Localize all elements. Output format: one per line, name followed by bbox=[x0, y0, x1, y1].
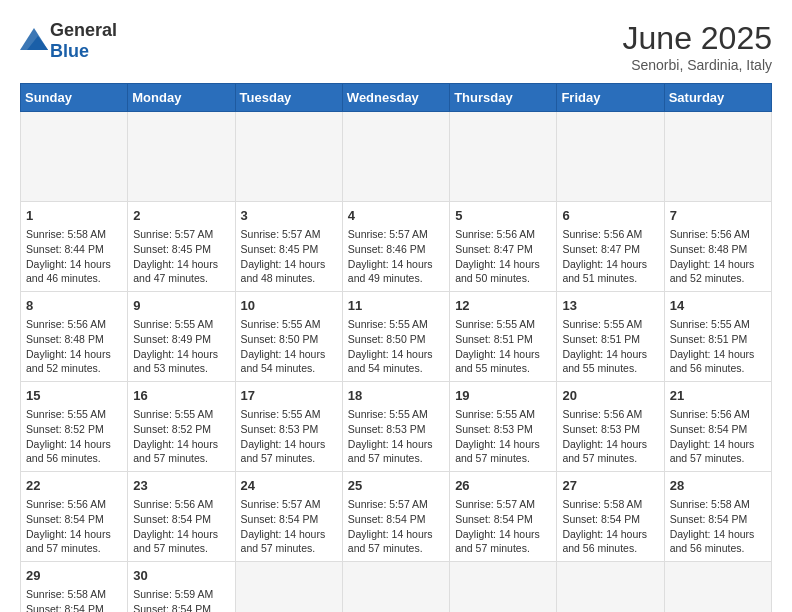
table-row: 30 Sunrise: 5:59 AM Sunset: 8:54 PM Dayl… bbox=[128, 562, 235, 613]
daylight-label: Daylight: 14 hours and 57 minutes. bbox=[133, 438, 218, 465]
table-row: 14 Sunrise: 5:55 AM Sunset: 8:51 PM Dayl… bbox=[664, 292, 771, 382]
day-number: 19 bbox=[455, 387, 551, 405]
day-number: 17 bbox=[241, 387, 337, 405]
sunrise-label: Sunrise: 5:55 AM bbox=[455, 318, 535, 330]
sunrise-label: Sunrise: 5:55 AM bbox=[241, 318, 321, 330]
day-number: 24 bbox=[241, 477, 337, 495]
sunrise-label: Sunrise: 5:56 AM bbox=[670, 408, 750, 420]
sunset-label: Sunset: 8:48 PM bbox=[26, 333, 104, 345]
sunrise-label: Sunrise: 5:56 AM bbox=[26, 318, 106, 330]
daylight-label: Daylight: 14 hours and 57 minutes. bbox=[455, 438, 540, 465]
sunrise-label: Sunrise: 5:55 AM bbox=[348, 408, 428, 420]
table-row bbox=[450, 562, 557, 613]
daylight-label: Daylight: 14 hours and 57 minutes. bbox=[133, 528, 218, 555]
day-number: 18 bbox=[348, 387, 444, 405]
daylight-label: Daylight: 14 hours and 49 minutes. bbox=[348, 258, 433, 285]
day-number: 15 bbox=[26, 387, 122, 405]
daylight-label: Daylight: 14 hours and 57 minutes. bbox=[26, 528, 111, 555]
table-row: 16 Sunrise: 5:55 AM Sunset: 8:52 PM Dayl… bbox=[128, 382, 235, 472]
sunset-label: Sunset: 8:52 PM bbox=[133, 423, 211, 435]
sunset-label: Sunset: 8:54 PM bbox=[670, 423, 748, 435]
daylight-label: Daylight: 14 hours and 51 minutes. bbox=[562, 258, 647, 285]
sunset-label: Sunset: 8:52 PM bbox=[26, 423, 104, 435]
day-number: 11 bbox=[348, 297, 444, 315]
daylight-label: Daylight: 14 hours and 57 minutes. bbox=[455, 528, 540, 555]
sunrise-label: Sunrise: 5:57 AM bbox=[133, 228, 213, 240]
sunset-label: Sunset: 8:53 PM bbox=[241, 423, 319, 435]
table-row: 9 Sunrise: 5:55 AM Sunset: 8:49 PM Dayli… bbox=[128, 292, 235, 382]
sunrise-label: Sunrise: 5:57 AM bbox=[348, 228, 428, 240]
day-number: 1 bbox=[26, 207, 122, 225]
sunset-label: Sunset: 8:54 PM bbox=[133, 513, 211, 525]
table-row: 28 Sunrise: 5:58 AM Sunset: 8:54 PM Dayl… bbox=[664, 472, 771, 562]
calendar-header-row: Sunday Monday Tuesday Wednesday Thursday… bbox=[21, 84, 772, 112]
calendar-week-row: 1 Sunrise: 5:58 AM Sunset: 8:44 PM Dayli… bbox=[21, 202, 772, 292]
daylight-label: Daylight: 14 hours and 57 minutes. bbox=[241, 528, 326, 555]
table-row bbox=[21, 112, 128, 202]
col-tuesday: Tuesday bbox=[235, 84, 342, 112]
sunrise-label: Sunrise: 5:56 AM bbox=[562, 408, 642, 420]
day-number: 26 bbox=[455, 477, 551, 495]
sunset-label: Sunset: 8:49 PM bbox=[133, 333, 211, 345]
day-number: 7 bbox=[670, 207, 766, 225]
table-row: 17 Sunrise: 5:55 AM Sunset: 8:53 PM Dayl… bbox=[235, 382, 342, 472]
sunrise-label: Sunrise: 5:55 AM bbox=[133, 408, 213, 420]
calendar-week-row: 15 Sunrise: 5:55 AM Sunset: 8:52 PM Dayl… bbox=[21, 382, 772, 472]
table-row: 7 Sunrise: 5:56 AM Sunset: 8:48 PM Dayli… bbox=[664, 202, 771, 292]
sunset-label: Sunset: 8:54 PM bbox=[348, 513, 426, 525]
day-number: 27 bbox=[562, 477, 658, 495]
daylight-label: Daylight: 14 hours and 46 minutes. bbox=[26, 258, 111, 285]
table-row bbox=[450, 112, 557, 202]
table-row: 29 Sunrise: 5:58 AM Sunset: 8:54 PM Dayl… bbox=[21, 562, 128, 613]
col-wednesday: Wednesday bbox=[342, 84, 449, 112]
table-row: 20 Sunrise: 5:56 AM Sunset: 8:53 PM Dayl… bbox=[557, 382, 664, 472]
day-number: 5 bbox=[455, 207, 551, 225]
daylight-label: Daylight: 14 hours and 55 minutes. bbox=[455, 348, 540, 375]
table-row: 26 Sunrise: 5:57 AM Sunset: 8:54 PM Dayl… bbox=[450, 472, 557, 562]
sunrise-label: Sunrise: 5:55 AM bbox=[241, 408, 321, 420]
col-saturday: Saturday bbox=[664, 84, 771, 112]
day-number: 14 bbox=[670, 297, 766, 315]
table-row bbox=[128, 112, 235, 202]
sunset-label: Sunset: 8:54 PM bbox=[133, 603, 211, 612]
col-friday: Friday bbox=[557, 84, 664, 112]
day-number: 6 bbox=[562, 207, 658, 225]
sunrise-label: Sunrise: 5:59 AM bbox=[133, 588, 213, 600]
daylight-label: Daylight: 14 hours and 54 minutes. bbox=[241, 348, 326, 375]
table-row bbox=[664, 112, 771, 202]
table-row: 19 Sunrise: 5:55 AM Sunset: 8:53 PM Dayl… bbox=[450, 382, 557, 472]
sunset-label: Sunset: 8:54 PM bbox=[562, 513, 640, 525]
day-number: 10 bbox=[241, 297, 337, 315]
sunset-label: Sunset: 8:45 PM bbox=[133, 243, 211, 255]
daylight-label: Daylight: 14 hours and 56 minutes. bbox=[670, 528, 755, 555]
logo-general: General bbox=[50, 20, 117, 40]
sunrise-label: Sunrise: 5:58 AM bbox=[562, 498, 642, 510]
table-row: 13 Sunrise: 5:55 AM Sunset: 8:51 PM Dayl… bbox=[557, 292, 664, 382]
calendar-table: Sunday Monday Tuesday Wednesday Thursday… bbox=[20, 83, 772, 612]
table-row: 25 Sunrise: 5:57 AM Sunset: 8:54 PM Dayl… bbox=[342, 472, 449, 562]
sunrise-label: Sunrise: 5:55 AM bbox=[26, 408, 106, 420]
day-number: 8 bbox=[26, 297, 122, 315]
sunrise-label: Sunrise: 5:55 AM bbox=[133, 318, 213, 330]
day-number: 16 bbox=[133, 387, 229, 405]
daylight-label: Daylight: 14 hours and 57 minutes. bbox=[241, 438, 326, 465]
sunset-label: Sunset: 8:46 PM bbox=[348, 243, 426, 255]
sunrise-label: Sunrise: 5:55 AM bbox=[670, 318, 750, 330]
sunset-label: Sunset: 8:51 PM bbox=[562, 333, 640, 345]
sunset-label: Sunset: 8:54 PM bbox=[26, 603, 104, 612]
daylight-label: Daylight: 14 hours and 56 minutes. bbox=[26, 438, 111, 465]
sunset-label: Sunset: 8:45 PM bbox=[241, 243, 319, 255]
sunrise-label: Sunrise: 5:56 AM bbox=[670, 228, 750, 240]
day-number: 22 bbox=[26, 477, 122, 495]
sunset-label: Sunset: 8:51 PM bbox=[670, 333, 748, 345]
daylight-label: Daylight: 14 hours and 56 minutes. bbox=[670, 348, 755, 375]
day-number: 23 bbox=[133, 477, 229, 495]
daylight-label: Daylight: 14 hours and 56 minutes. bbox=[562, 528, 647, 555]
sunset-label: Sunset: 8:54 PM bbox=[241, 513, 319, 525]
sunset-label: Sunset: 8:50 PM bbox=[241, 333, 319, 345]
table-row: 6 Sunrise: 5:56 AM Sunset: 8:47 PM Dayli… bbox=[557, 202, 664, 292]
sunset-label: Sunset: 8:48 PM bbox=[670, 243, 748, 255]
daylight-label: Daylight: 14 hours and 57 minutes. bbox=[348, 528, 433, 555]
table-row: 1 Sunrise: 5:58 AM Sunset: 8:44 PM Dayli… bbox=[21, 202, 128, 292]
table-row: 23 Sunrise: 5:56 AM Sunset: 8:54 PM Dayl… bbox=[128, 472, 235, 562]
